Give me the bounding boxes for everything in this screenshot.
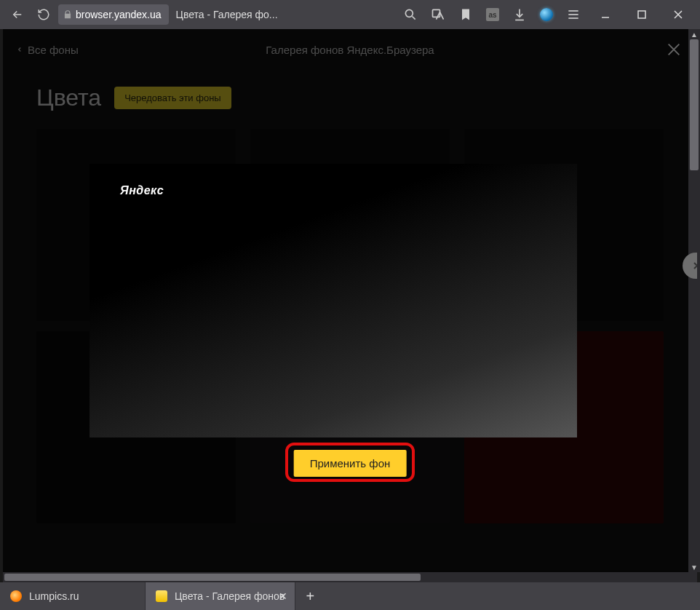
gallery-title: Галерея фонов Яндекс.Браузера [266, 44, 434, 56]
title-row: Цвета Чередовать эти фоны [3, 70, 697, 129]
window-close-button[interactable] [667, 4, 690, 25]
back-label: Все фоны [28, 44, 79, 56]
favicon-icon [156, 590, 167, 602]
url-host: browser.yandex.ua [76, 9, 164, 20]
shuffle-backgrounds-button[interactable]: Чередовать эти фоны [114, 87, 231, 109]
browser-tab[interactable]: Цвета - Галерея фонов ✕ [146, 582, 295, 610]
new-tab-button[interactable]: + [295, 582, 325, 610]
bookmark-icon[interactable] [458, 7, 473, 22]
favicon-icon [10, 590, 22, 602]
lock-icon [63, 9, 73, 20]
background-preview: Яндекс [90, 164, 577, 437]
tab-label: Цвета - Галерея фонов [175, 590, 285, 602]
scroll-down-icon[interactable]: ▼ [688, 562, 700, 572]
back-to-all-link[interactable]: Все фоны [16, 44, 79, 56]
preview-brand-label: Яндекс [120, 184, 164, 197]
yandex-services-icon[interactable] [540, 8, 553, 21]
window-maximize-button[interactable] [630, 4, 653, 25]
browser-toolbar: browser.yandex.ua Цвета - Галерея фо... … [0, 0, 700, 29]
menu-icon[interactable] [566, 7, 581, 22]
translate-icon[interactable] [431, 7, 445, 22]
tab-label: Lumpics.ru [29, 590, 79, 602]
close-gallery-button[interactable] [664, 39, 684, 60]
svg-rect-2 [638, 11, 645, 18]
vertical-scrollbar[interactable]: ▲ ▼ [688, 29, 700, 572]
window-minimize-button[interactable] [594, 4, 617, 25]
downloads-icon[interactable] [512, 7, 527, 22]
apply-background-button[interactable]: Применить фон [294, 450, 407, 477]
extension-badge[interactable]: as [486, 8, 499, 21]
scrollbar-thumb[interactable] [690, 39, 699, 170]
browser-tab[interactable]: Lumpics.ru [0, 582, 146, 610]
reload-button[interactable] [32, 3, 55, 26]
scroll-up-icon[interactable]: ▲ [688, 29, 700, 39]
svg-point-0 [405, 9, 413, 17]
page-heading: Цвета [36, 84, 101, 111]
search-icon[interactable] [403, 7, 418, 22]
back-button[interactable] [6, 3, 29, 26]
scrollbar-thumb[interactable] [4, 574, 421, 581]
page-title-chrome: Цвета - Галерея фо... [176, 9, 278, 20]
next-page-button[interactable] [683, 253, 697, 279]
close-tab-button[interactable]: ✕ [279, 590, 287, 602]
tab-bar: Lumpics.ru Цвета - Галерея фонов ✕ + [0, 582, 700, 610]
address-bar[interactable]: browser.yandex.ua [58, 4, 169, 25]
page-header: Все фоны Галерея фонов Яндекс.Браузера [3, 29, 697, 70]
horizontal-scrollbar[interactable] [3, 572, 697, 582]
